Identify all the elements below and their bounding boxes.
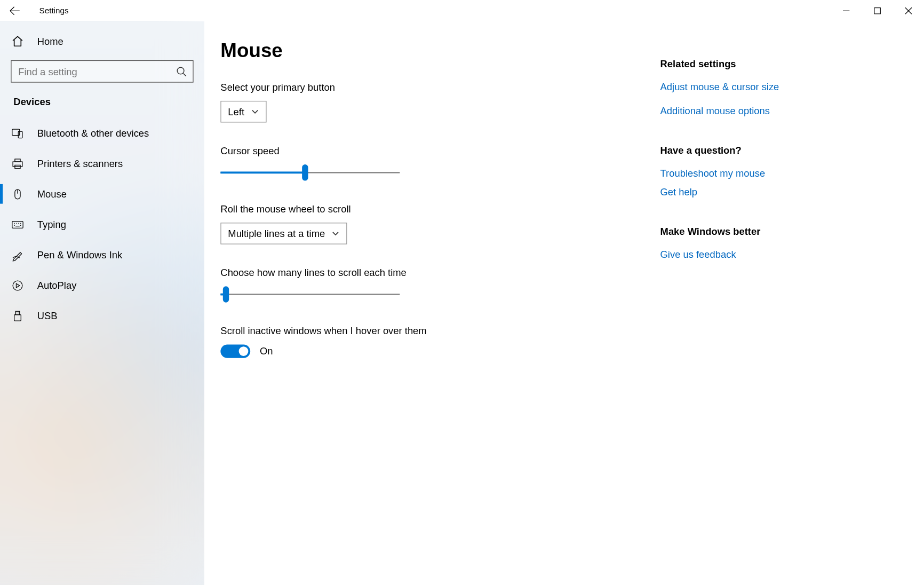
scroll-mode-value: Multiple lines at a time [228,228,325,239]
svg-rect-5 [13,161,22,166]
svg-rect-10 [15,311,20,314]
cursor-speed-slider[interactable] [220,164,400,180]
sidebar-category: Devices [0,92,204,117]
close-button[interactable] [893,0,924,22]
svg-point-1 [177,67,184,74]
primary-button-label: Select your primary button [220,82,640,92]
link-feedback[interactable]: Give us feedback [660,249,779,260]
search-input[interactable] [11,60,193,83]
svg-point-9 [13,281,22,290]
inactive-scroll-toggle[interactable] [220,344,250,358]
right-column: Related settings Adjust mouse & cursor s… [660,39,779,585]
inactive-scroll-state: On [260,346,273,357]
devices-icon [11,127,24,139]
scroll-mode-label: Roll the mouse wheel to scroll [220,204,640,215]
related-heading: Related settings [660,58,779,69]
inactive-scroll-label: Scroll inactive windows when I hover ove… [220,326,640,336]
sidebar-item-label: USB [37,310,58,321]
sidebar-item-pen[interactable]: Pen & Windows Ink [0,240,204,270]
primary-button-dropdown[interactable]: Left [220,101,266,123]
maximize-icon [874,7,881,14]
question-heading: Have a question? [660,145,779,155]
link-additional-options[interactable]: Additional mouse options [660,106,779,116]
sidebar-home-label: Home [37,36,63,46]
chevron-down-icon [332,230,340,238]
better-heading: Make Windows better [660,226,779,237]
sidebar-home[interactable]: Home [0,26,204,56]
lines-slider[interactable] [220,286,400,302]
svg-rect-8 [12,221,23,228]
svg-rect-11 [14,314,21,320]
back-button[interactable] [0,0,30,22]
sidebar-item-bluetooth[interactable]: Bluetooth & other devices [0,118,204,148]
svg-rect-4 [15,159,20,161]
primary-button-value: Left [228,106,244,117]
mouse-icon [11,188,24,200]
autoplay-icon [11,279,24,291]
sidebar-item-printers[interactable]: Printers & scanners [0,148,204,179]
content: Mouse Select your primary button Left Cu… [204,22,924,585]
sidebar-item-label: Printers & scanners [37,158,123,169]
page-title: Mouse [220,39,640,62]
keyboard-icon [11,218,24,231]
sidebar-item-autoplay[interactable]: AutoPlay [0,270,204,301]
back-arrow-icon [10,5,20,16]
search-icon [177,66,187,76]
pen-icon [11,249,24,261]
sidebar-item-label: Typing [37,219,66,230]
printer-icon [11,157,24,170]
minimize-button[interactable] [831,0,862,22]
scroll-mode-dropdown[interactable]: Multiple lines at a time [220,223,347,244]
maximize-button[interactable] [862,0,893,22]
link-troubleshoot[interactable]: Troubleshoot my mouse [660,168,779,178]
svg-rect-0 [874,8,880,14]
link-get-help[interactable]: Get help [660,187,779,197]
home-icon [11,35,24,47]
usb-icon [11,310,24,322]
sidebar-item-label: AutoPlay [37,280,77,290]
cursor-speed-label: Cursor speed [220,146,640,156]
close-icon [905,7,912,14]
lines-label: Choose how many lines to scroll each tim… [220,267,640,278]
chevron-down-icon [251,108,259,116]
window-title: Settings [39,6,69,15]
sidebar-item-label: Mouse [37,188,67,199]
sidebar-item-label: Pen & Windows Ink [37,249,122,260]
sidebar-item-mouse[interactable]: Mouse [0,179,204,209]
sidebar-item-usb[interactable]: USB [0,301,204,331]
sidebar-item-label: Bluetooth & other devices [37,128,149,138]
sidebar-item-typing[interactable]: Typing [0,209,204,240]
svg-rect-3 [18,131,22,138]
sidebar: Home Devices Bluetooth & other devices P… [0,22,204,585]
minimize-icon [843,7,850,14]
titlebar: Settings [0,0,924,22]
link-adjust-cursor[interactable]: Adjust mouse & cursor size [660,81,779,92]
